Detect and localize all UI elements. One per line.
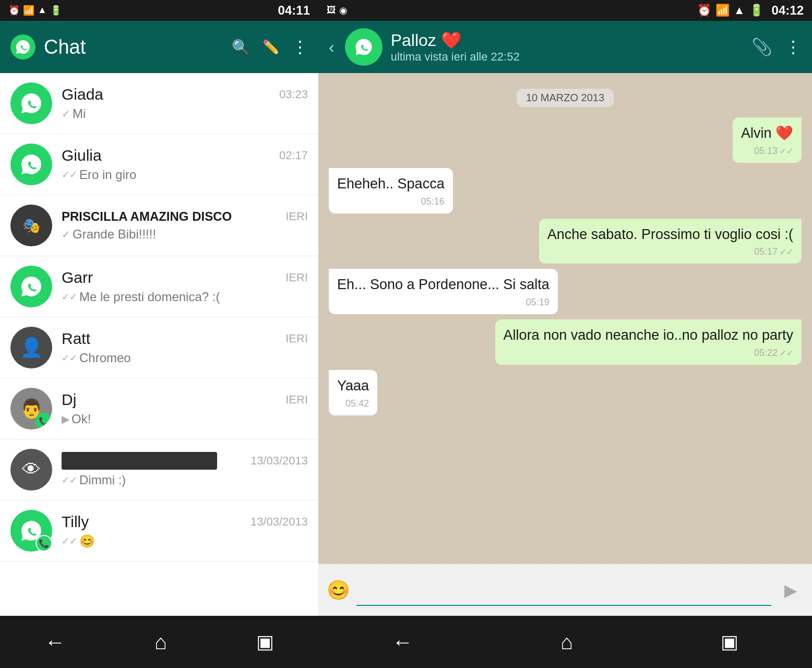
menu-icon[interactable]: ⋮ <box>785 37 802 57</box>
time-right: 04:12 <box>772 3 804 18</box>
list-item[interactable]: Giulia 02:17 ✓✓ Ero in giro <box>0 134 318 195</box>
list-item[interactable]: 📞 Tilly 13/03/2013 ✓✓ 😊 <box>0 500 318 562</box>
avatar: 👨 📞 <box>10 388 52 430</box>
recents-button[interactable]: ▣ <box>256 631 274 653</box>
menu-icon[interactable]: ⋮ <box>292 37 308 57</box>
avatar: 📞 <box>10 510 52 552</box>
message-bubble: Eheheh.. Spacca 05:16 <box>329 168 453 213</box>
list-item[interactable]: 👁 ██████████████ 13/03/2013 ✓✓ Dimmi :) <box>0 439 318 500</box>
compose-icon[interactable]: ✏️ <box>262 39 279 55</box>
header-actions: 📎 ⋮ <box>751 37 802 57</box>
chat-header: ‹ Palloz ❤️ ultima vista ieri alle 22:52… <box>318 21 812 73</box>
home-button[interactable]: ⌂ <box>154 630 167 654</box>
nav-bar-left: ← ⌂ ▣ <box>0 616 318 668</box>
avatar: 👤 <box>10 327 52 368</box>
message-bubble: Alvin ❤️ 05:13 ✓✓ <box>733 117 802 163</box>
message-bubble: Yaaa 05:42 <box>329 370 377 415</box>
list-item[interactable]: 👨 📞 Dj IERI ▶ Ok! <box>0 378 318 439</box>
list-item[interactable]: Giada 03:23 ✓ Mi <box>0 73 318 134</box>
search-icon[interactable]: 🔍 <box>232 39 250 56</box>
emoji-button[interactable]: 😊 <box>327 579 350 601</box>
chat-info: Giulia 02:17 ✓✓ Ero in giro <box>62 147 308 182</box>
back-button[interactable]: ← <box>392 630 413 654</box>
contact-info[interactable]: Palloz ❤️ ultima vista ieri alle 22:52 <box>391 30 743 64</box>
input-area: 😊 ▶ <box>318 564 812 616</box>
send-button[interactable]: ▶ <box>778 577 804 603</box>
back-icon[interactable]: ‹ <box>329 38 335 57</box>
attach-icon[interactable]: 📎 <box>751 37 772 57</box>
list-item[interactable]: 🎭 PRISCILLA AMAZING DISCO IERI ✓ Grande … <box>0 195 318 256</box>
chat-info: Ratt IERI ✓✓ Chromeo <box>62 330 308 365</box>
contact-avatar[interactable] <box>345 28 383 66</box>
status-icons-left: ⏰📶▲🔋 <box>8 5 62 16</box>
chat-info: Garr IERI ✓✓ Me le presti domenica? :( <box>62 269 308 304</box>
list-item[interactable]: Garr IERI ✓✓ Me le presti domenica? :( <box>0 256 318 317</box>
chat-info: Tilly 13/03/2013 ✓✓ 😊 <box>62 513 308 548</box>
avatar <box>10 144 52 185</box>
header-left: Chat 🔍 ✏️ ⋮ <box>0 21 318 73</box>
message-bubble: Allora non vado neanche io..no palloz no… <box>495 319 802 365</box>
chat-info: ██████████████ 13/03/2013 ✓✓ Dimmi :) <box>62 452 308 487</box>
right-panel: 🖼◉ ⏰📶▲🔋 04:12 ‹ Palloz ❤️ ultima vista i… <box>318 0 812 668</box>
avatar <box>10 82 52 124</box>
status-icons-right: 🖼◉ <box>327 5 348 16</box>
chat-info: PRISCILLA AMAZING DISCO IERI ✓ Grande Bi… <box>62 209 308 242</box>
messages-area: 10 MARZO 2013 Alvin ❤️ 05:13 ✓✓ Eheheh..… <box>318 73 812 564</box>
chat-info: Giada 03:23 ✓ Mi <box>62 86 308 121</box>
back-button[interactable]: ← <box>44 630 65 654</box>
home-button[interactable]: ⌂ <box>560 630 573 654</box>
avatar <box>10 266 52 307</box>
list-item[interactable]: 👤 Ratt IERI ✓✓ Chromeo <box>0 317 318 378</box>
chat-info: Dj IERI ▶ Ok! <box>62 391 308 426</box>
nav-bar-right: ← ⌂ ▣ <box>318 616 812 668</box>
avatar: 🎭 <box>10 205 52 246</box>
status-bar-left: ⏰📶▲🔋 04:11 <box>0 0 318 21</box>
chat-title: Chat <box>44 36 223 58</box>
time-left: 04:11 <box>278 3 310 18</box>
message-input[interactable] <box>356 575 771 606</box>
recents-button[interactable]: ▣ <box>721 631 738 653</box>
whatsapp-logo <box>10 34 35 59</box>
chat-list: Giada 03:23 ✓ Mi Giulia 02:17 ✓✓ <box>0 73 318 616</box>
left-panel: ⏰📶▲🔋 04:11 Chat 🔍 ✏️ ⋮ Giada 03:2 <box>0 0 318 668</box>
message-bubble: Eh... Sono a Pordenone... Si salta 05:19 <box>329 269 558 314</box>
avatar: 👁 <box>10 449 52 491</box>
date-badge: 10 MARZO 2013 <box>517 89 614 107</box>
message-bubble: Anche sabato. Prossimo ti voglio cosi :(… <box>539 219 802 264</box>
header-icons: 🔍 ✏️ ⋮ <box>232 37 308 57</box>
status-bar-right: 🖼◉ ⏰📶▲🔋 04:12 <box>318 0 812 21</box>
